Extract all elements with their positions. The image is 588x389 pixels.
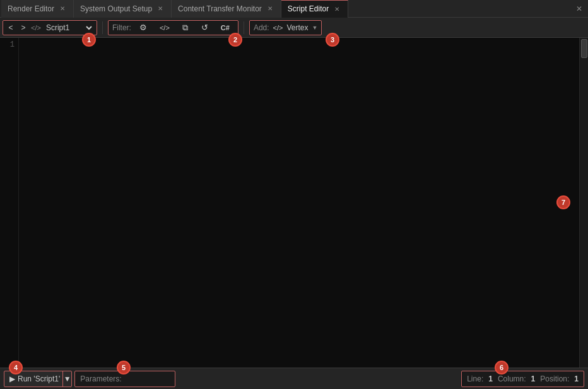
run-button[interactable]: ▶ Run 'Script1' ▼ xyxy=(4,371,72,387)
editor-area: 1 xyxy=(0,38,588,368)
window-close-button[interactable]: ✕ xyxy=(570,0,588,18)
status-bar: ▶ Run 'Script1' ▼ Parameters: Line: 1 Co… xyxy=(0,368,588,389)
app-window: Render Editor ✕ System Output Setup ✕ Co… xyxy=(0,0,588,389)
filter-label: Filter: xyxy=(112,23,131,32)
filter-settings-button[interactable]: ⚙ xyxy=(135,20,151,35)
nav-prev-button[interactable]: < xyxy=(6,20,16,35)
position-value: 1 xyxy=(574,374,579,383)
line-numbers: 1 xyxy=(0,38,19,368)
tab-system-output-setup-close[interactable]: ✕ xyxy=(156,4,165,13)
position-label: Position: xyxy=(540,374,569,383)
run-dropdown-arrow[interactable]: ▼ xyxy=(62,371,71,387)
parameters-field[interactable]: Parameters: xyxy=(74,371,175,387)
nav-next-button[interactable]: > xyxy=(18,20,28,35)
tab-content-transfer-monitor[interactable]: Content Transfer Monitor ✕ xyxy=(172,0,281,18)
filter-code-button[interactable]: </> xyxy=(155,20,174,35)
add-label: Add: xyxy=(254,23,269,32)
scrollbar-thumb[interactable] xyxy=(581,39,587,58)
tab-system-output-setup[interactable]: System Output Setup ✕ xyxy=(74,0,172,18)
toolbar: < > </> Script1 Filter: ⚙ </> ⧉ ↺ C# Add… xyxy=(0,18,588,38)
column-label: Column: xyxy=(498,374,526,383)
tab-system-output-setup-label: System Output Setup xyxy=(80,4,152,13)
tab-script-editor-label: Script Editor xyxy=(288,4,329,13)
filter-copy-button[interactable]: ⧉ xyxy=(178,20,193,35)
tab-bar: Render Editor ✕ System Output Setup ✕ Co… xyxy=(0,0,588,18)
column-value: 1 xyxy=(531,374,536,383)
filter-group: Filter: ⚙ </> ⧉ ↺ C# xyxy=(108,20,238,35)
parameters-label: Parameters: xyxy=(80,374,121,383)
separator-1 xyxy=(102,21,103,34)
filter-csharp-button[interactable]: C# xyxy=(216,20,234,35)
line-label: Line: xyxy=(467,374,483,383)
filter-refresh-button[interactable]: ↺ xyxy=(197,20,213,35)
separator-2 xyxy=(244,21,244,34)
tab-render-editor-label: Render Editor xyxy=(8,4,54,13)
script-name-select[interactable]: Script1 xyxy=(44,23,94,33)
add-dropdown-arrow: ▼ xyxy=(312,25,318,31)
line-number-1: 1 xyxy=(4,40,15,49)
script-selector-group[interactable]: < > </> Script1 xyxy=(3,20,97,35)
vertical-scrollbar[interactable] xyxy=(579,38,588,368)
add-group[interactable]: Add: </> Vertex ▼ xyxy=(249,20,322,35)
tab-content-transfer-monitor-close[interactable]: ✕ xyxy=(266,4,274,13)
tab-content-transfer-monitor-label: Content Transfer Monitor xyxy=(178,4,262,13)
run-label: Run 'Script1' xyxy=(18,374,60,383)
tab-render-editor-close[interactable]: ✕ xyxy=(58,4,67,13)
code-editor[interactable] xyxy=(19,38,579,368)
add-code-icon: </> xyxy=(273,24,283,32)
add-vertex-label: Vertex xyxy=(286,23,308,32)
tab-script-editor[interactable]: Script Editor ✕ xyxy=(281,0,348,18)
tab-render-editor[interactable]: Render Editor ✕ xyxy=(1,0,74,18)
code-icon: </> xyxy=(31,24,41,32)
line-value: 1 xyxy=(488,374,493,383)
run-icon: ▶ xyxy=(9,374,15,383)
tab-script-editor-close[interactable]: ✕ xyxy=(332,4,341,13)
status-info-panel: Line: 1 Column: 1 Position: 1 xyxy=(461,371,584,387)
